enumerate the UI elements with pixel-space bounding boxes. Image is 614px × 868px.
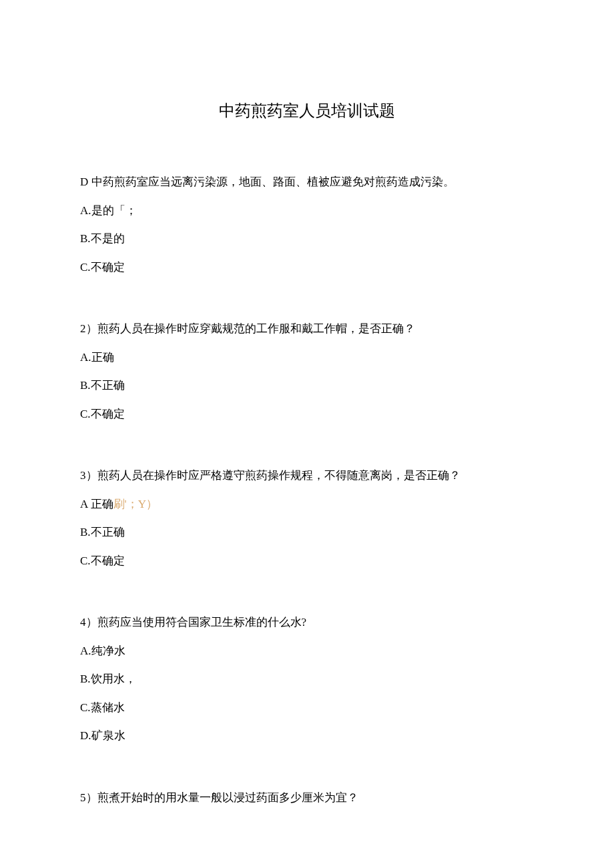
option-c: C.不确定 — [80, 254, 534, 282]
option-c: C.蒸储水 — [80, 694, 534, 723]
option-b: B.饮用水， — [80, 665, 534, 694]
question-prompt: 5）煎煮开始时的用水量一般以浸过药面多少厘米为宜？ — [80, 784, 534, 813]
option-b: B.不正确 — [80, 372, 534, 400]
option-b: B.不正确 — [80, 518, 534, 547]
option-a: A.是的「； — [80, 197, 534, 226]
question-prompt: 3）煎药人员在操作时应严格遵守煎药操作规程，不得随意离岗，是否正确？ — [80, 462, 534, 490]
question-5: 5）煎煮开始时的用水量一般以浸过药面多少厘米为宜？ — [80, 784, 534, 813]
option-d: D.矿泉水 — [80, 722, 534, 751]
option-c: C.不确定 — [80, 400, 534, 429]
option-a: A.正确 — [80, 344, 534, 372]
document-title: 中药煎药室人员培训试题 — [80, 100, 534, 121]
question-1: D 中药煎药室应当远离污染源，地面、路面、植被应避免对煎药造成污染。 A.是的「… — [80, 168, 534, 282]
option-c: C.不确定 — [80, 547, 534, 576]
option-b: B.不是的 — [80, 225, 534, 254]
question-4: 4）煎药应当使用符合国家卫生标准的什么水? A.纯净水 B.饮用水， C.蒸储水… — [80, 608, 534, 751]
question-prompt: 4）煎药应当使用符合国家卫生标准的什么水? — [80, 608, 534, 637]
option-a: A 正确刷'；Y） — [80, 490, 534, 519]
option-a: A.纯净水 — [80, 637, 534, 666]
question-prompt: D 中药煎药室应当远离污染源，地面、路面、植被应避免对煎药造成污染。 — [80, 168, 534, 197]
question-3: 3）煎药人员在操作时应严格遵守煎药操作规程，不得随意离岗，是否正确？ A 正确刷… — [80, 462, 534, 575]
question-prompt: 2）煎药人员在操作时应穿戴规范的工作服和戴工作帽，是否正确？ — [80, 315, 534, 344]
question-2: 2）煎药人员在操作时应穿戴规范的工作服和戴工作帽，是否正确？ A.正确 B.不正… — [80, 315, 534, 428]
